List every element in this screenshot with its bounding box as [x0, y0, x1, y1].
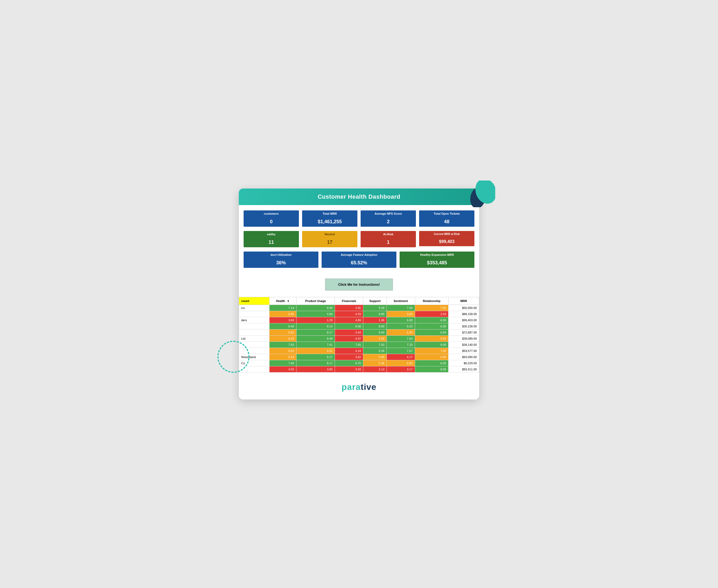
instructions-button[interactable]: Click Me for Instructions! — [325, 278, 393, 291]
cell-account-name — [239, 330, 269, 336]
col-sentiment: Sentiment — [387, 297, 415, 305]
cell-product: 8.17 — [296, 330, 335, 336]
cell-support: 3.13 — [363, 366, 387, 373]
cell-product: 6.51 — [296, 348, 335, 354]
cell-health: 4.03 — [269, 366, 296, 373]
cell-support: 8.38 — [363, 348, 387, 354]
cell-relationship: 7.00 — [415, 348, 449, 354]
col-financials: Financials — [335, 297, 363, 305]
cell-support: 5.36 — [363, 360, 387, 366]
cell-health: 8.46 — [269, 323, 296, 330]
cell-financials: 8.70 — [335, 360, 363, 366]
cell-sentiment: 7.67 — [387, 348, 415, 354]
cell-relationship: 6.00 — [415, 323, 449, 330]
cell-relationship: 9.00 — [415, 342, 449, 348]
brand-text: tive — [361, 382, 376, 392]
kpi-row-2: ealthy 11 Neutral 17 At-Risk 1 Current M… — [239, 230, 479, 250]
kpi-healthy: ealthy 11 — [242, 230, 301, 248]
kpi-open-tickets-value: 48 — [419, 217, 474, 227]
cell-support: 7.50 — [363, 342, 387, 348]
cell-health: 6.53 — [269, 348, 296, 354]
table-row: ics 7.14 8.95 3.85 9.29 7.00 7.00 $50,00… — [239, 305, 479, 311]
cell-relationship: 6.00 — [415, 317, 449, 323]
filter-icon[interactable]: ▼ — [287, 300, 290, 302]
cell-mrr: $30,158.00 — [449, 323, 479, 330]
cell-account-name: ics — [239, 305, 269, 311]
cell-health: 7.63 — [269, 342, 296, 348]
dashboard-card: Customer Health Dashboard customers 0 To… — [239, 189, 479, 399]
cell-financials: 3.94 — [335, 330, 363, 336]
kpi-mrr-at-risk: Current MRR at Risk $99,403 — [417, 230, 476, 248]
cell-financials: 4.97 — [335, 336, 363, 342]
kpi-row-1: customers 0 Total MRR $1,461,255 Average… — [239, 205, 479, 230]
col-support: Support — [363, 297, 387, 305]
kpi-product-util-label: duct Utilization — [244, 252, 319, 258]
cell-sentiment: 7.33 — [387, 342, 415, 348]
cell-health: 3.69 — [269, 317, 296, 323]
kpi-neutral-label: Neutral — [302, 231, 357, 237]
col-product-usage: Product Usage — [296, 297, 335, 305]
table-row: 8.46 8.13 8.90 8.89 9.33 6.00 $30,158.00 — [239, 323, 479, 330]
kpi-avg-nps-label: Average NPS Score — [361, 210, 416, 217]
table-row: 4.03 3.80 3.93 3.13 3.17 8.00 $93,411.00 — [239, 366, 479, 373]
col-relationship: Relationship — [415, 297, 449, 305]
cell-product: 8.17 — [296, 354, 335, 360]
cell-product: 1.29 — [296, 317, 335, 323]
cell-relationship: 6.00 — [415, 360, 449, 366]
cell-financials: 3.85 — [335, 305, 363, 311]
cell-mrr: $6,329.00 — [449, 360, 479, 366]
col-account: count — [239, 297, 269, 305]
kpi-at-risk-value: 1 — [361, 237, 416, 247]
cell-financials: 4.93 — [335, 311, 363, 317]
table-row: ders 3.69 1.29 4.89 1.88 6.00 6.00 $99,4… — [239, 317, 479, 323]
cell-financials: 7.65 — [335, 342, 363, 348]
cell-health: 7.14 — [269, 305, 296, 311]
cell-health: 6.85 — [269, 311, 296, 317]
kpi-avg-nps: Average NPS Score 2 — [359, 209, 417, 228]
cell-health: 6.60 — [269, 330, 296, 336]
cell-account-name: Ltd — [239, 336, 269, 342]
kpi-total-mrr-value: $1,461,255 — [302, 217, 357, 227]
col-health: Health ▼ — [269, 297, 296, 305]
footer-brand: parative — [239, 377, 479, 399]
cell-support: 8.89 — [363, 323, 387, 330]
cell-support: 1.88 — [363, 317, 387, 323]
deco-leaf-top-icon — [471, 181, 495, 207]
svg-point-0 — [472, 181, 495, 207]
cell-product: 7.41 — [296, 342, 335, 348]
cell-product: 9.90 — [296, 311, 335, 317]
kpi-total-mrr-label: Total MRR — [302, 210, 357, 217]
dashboard-header: Customer Health Dashboard — [239, 189, 479, 205]
cell-mrr: $99,403.00 — [449, 317, 479, 323]
kpi-mrr-at-risk-value: $99,403 — [419, 237, 474, 246]
cell-account-name: ders — [239, 317, 269, 323]
cell-sentiment: 9.33 — [387, 323, 415, 330]
cell-financials: 8.90 — [335, 323, 363, 330]
kpi-open-tickets: Total Open Tickets 48 — [417, 209, 476, 228]
cell-support: 8.89 — [363, 311, 387, 317]
cell-health: 7.40 — [269, 360, 296, 366]
cell-relationship: 4.00 — [415, 336, 449, 342]
kpi-healthy-expansion-mrr: Healthy Expansion MRR $353,485 — [398, 250, 476, 269]
table-row: 6.53 6.51 4.34 8.38 7.67 7.00 $59,577.00 — [239, 348, 479, 354]
kpi-avg-nps-value: 2 — [361, 217, 416, 227]
table-row: Ltd 6.43 8.48 4.97 4.50 7.83 4.00 $39,08… — [239, 336, 479, 342]
cell-sentiment: 3.17 — [387, 366, 415, 373]
brand-accent: para — [342, 382, 361, 392]
kpi-avg-feature-label: Average Feature Adoption — [322, 252, 396, 258]
cell-mrr: $59,577.00 — [449, 348, 479, 354]
cell-financials: 4.89 — [335, 317, 363, 323]
cell-product: 3.80 — [296, 366, 335, 373]
cell-sentiment: 7.83 — [387, 336, 415, 342]
kpi-total-mrr: Total MRR $1,461,255 — [301, 209, 359, 228]
cell-sentiment: 6.83 — [387, 360, 415, 366]
cell-relationship: 4.00 — [415, 354, 449, 360]
cell-mrr: $50,000.00 — [449, 305, 479, 311]
cell-support: 9.29 — [363, 305, 387, 311]
kpi-row-3: duct Utilization 36% Average Feature Ado… — [239, 250, 479, 273]
page-wrapper: Customer Health Dashboard customers 0 To… — [239, 189, 479, 399]
kpi-customers-value: 0 — [244, 217, 299, 227]
cell-mrr: $93,411.00 — [449, 366, 479, 373]
kpi-avg-feature-value: 65.52% — [322, 258, 396, 268]
cell-relationship: 8.00 — [415, 366, 449, 373]
